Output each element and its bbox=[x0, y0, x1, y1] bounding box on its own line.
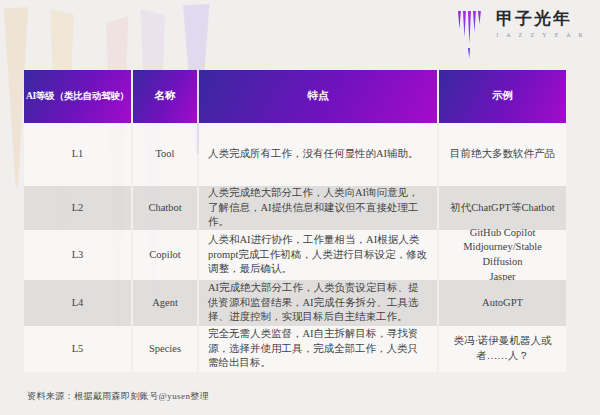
name-cell: Chatbot bbox=[133, 186, 197, 230]
level-cell: L1 bbox=[24, 123, 131, 186]
ai-levels-table: AI等级（类比自动驾驶） 名称 特点 示例 L1 Tool 人类完成所有工作，没… bbox=[24, 70, 566, 372]
examples-cell: 目前绝大多数软件产品 bbox=[439, 123, 566, 186]
brand-subname: J A Z Z Y E A R bbox=[496, 32, 586, 38]
examples-cell: AutoGPT bbox=[439, 280, 566, 326]
header-ai-level: AI等级（类比自动驾驶） bbox=[24, 70, 131, 123]
brand-name: 甲子光年 bbox=[496, 10, 586, 29]
level-cell: L2 bbox=[24, 186, 131, 230]
source-note: 资料来源：根据戴雨森即刻账号@yusen整理 bbox=[27, 390, 209, 403]
level-cell: L4 bbox=[24, 280, 131, 326]
slide-canvas: 甲子光年 J A Z Z Y E A R AI等级（类比自动驾驶） 名称 特点 … bbox=[0, 0, 600, 415]
name-cell: Tool bbox=[133, 123, 197, 186]
brand-text: 甲子光年 J A Z Z Y E A R bbox=[496, 10, 586, 38]
jazzyear-waterfall-icon bbox=[458, 11, 488, 59]
header-examples: 示例 bbox=[439, 70, 566, 123]
features-cell: AI完成绝大部分工作，人类负责设定目标、提供资源和监督结果，AI完成任务拆分、工… bbox=[199, 280, 437, 326]
level-cell: L3 bbox=[24, 230, 131, 280]
name-cell: Copilot bbox=[133, 230, 197, 280]
header-name: 名称 bbox=[133, 70, 197, 123]
features-cell: 人类完成所有工作，没有任何显性的AI辅助。 bbox=[199, 123, 437, 186]
name-cell: Agent bbox=[133, 280, 197, 326]
examples-cell: 类冯·诺伊曼机器人或者……人？ bbox=[439, 326, 566, 372]
examples-cell: 初代ChatGPT等Chatbot bbox=[439, 186, 566, 230]
name-cell: Species bbox=[133, 326, 197, 372]
brand-logo: 甲子光年 J A Z Z Y E A R bbox=[458, 10, 586, 59]
features-cell: 人类和AI进行协作，工作量相当，AI根据人类prompt完成工作初稿，人类进行目… bbox=[199, 230, 437, 280]
header-features: 特点 bbox=[199, 70, 437, 123]
level-cell: L5 bbox=[24, 326, 131, 372]
features-cell: 人类完成绝大部分工作，人类向AI询问意见，了解信息，AI提供信息和建议但不直接处… bbox=[199, 186, 437, 230]
features-cell: 完全无需人类监督，AI自主拆解目标，寻找资源，选择并使用工具，完成全部工作，人类… bbox=[199, 326, 437, 372]
examples-cell: GitHub Copilot Midjourney/Stable Diffusi… bbox=[439, 230, 566, 280]
